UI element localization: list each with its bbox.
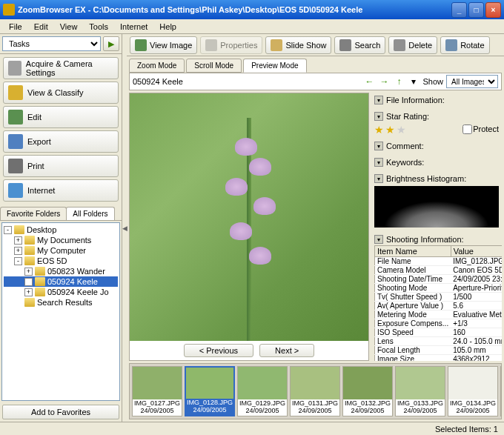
menu-file[interactable]: File [3, 21, 28, 33]
search-button[interactable]: Search [334, 36, 385, 54]
tree-toggle-icon[interactable]: - [14, 257, 22, 265]
tool-icon [445, 39, 457, 51]
thumb-image [133, 367, 182, 399]
thumbnail[interactable]: IMG_0131.JPG24/09/2005 [290, 366, 340, 416]
up-arrow-icon[interactable]: ↑ [393, 76, 405, 87]
toolbar: View ImagePropertiesSlide ShowSearchDele… [127, 34, 504, 56]
tool-icon [394, 39, 405, 51]
task-print[interactable]: Print [3, 155, 119, 177]
thumbnail[interactable]: IMG_0133.JPG24/09/2005 [395, 366, 445, 416]
tasks-select[interactable]: Tasks [2, 36, 101, 51]
tree-item[interactable]: -Desktop [4, 225, 118, 235]
collapse-icon[interactable]: ▾ [374, 112, 383, 121]
tab-scroll-mode[interactable]: Scroll Mode [186, 59, 242, 73]
tree-toggle-icon[interactable]: + [24, 268, 33, 276]
thumb-image [501, 367, 502, 399]
protect-checkbox[interactable] [462, 124, 472, 134]
menu-edit[interactable]: Edit [28, 21, 54, 33]
forward-arrow-icon[interactable]: → [378, 76, 390, 87]
view-image-button[interactable]: View Image [130, 36, 197, 54]
folder-tree[interactable]: -Desktop+My Documents+My Computer-EOS 5D… [1, 222, 120, 401]
tree-item[interactable]: Search Results [4, 297, 118, 308]
tree-toggle-icon[interactable]: - [4, 226, 12, 234]
table-row: Metering ModeEvaluative Metering [375, 311, 503, 319]
folder-icon [35, 288, 45, 296]
next-button[interactable]: Next > [259, 344, 314, 357]
thumb-image [238, 367, 287, 399]
add-to-favorites-button[interactable]: Add to Favorites [2, 405, 119, 419]
minimize-button[interactable]: _ [451, 2, 467, 18]
thumbnail[interactable]: IMG_0129.JPG24/09/2005 [237, 366, 288, 416]
thumbnail[interactable]: IMG_0134.JPG24/09/2005 [448, 366, 498, 416]
table-row: Shooting ModeAperture-Priority AE [375, 284, 503, 293]
maximize-button[interactable]: □ [468, 2, 484, 18]
tab-all-folders[interactable]: All Folders [66, 207, 114, 220]
histogram-label: Brightness Histogram: [386, 174, 466, 183]
table-row: Lens24.0 - 105.0 mm [375, 337, 503, 346]
menu-view[interactable]: View [54, 21, 84, 33]
collapse-icon[interactable]: ▾ [374, 158, 383, 167]
table-header[interactable]: Item Name [375, 246, 451, 257]
task-internet[interactable]: Internet [3, 179, 119, 202]
menu-internet[interactable]: Internet [114, 21, 153, 33]
thumbnail[interactable]: IMG_0127.JPG24/09/2005 [132, 366, 182, 416]
star-icon[interactable]: ★ [385, 124, 396, 134]
task-icon [8, 85, 23, 100]
table-row: Av( Aperture Value )5.6 [375, 302, 503, 311]
task-icon [8, 134, 23, 149]
preview-image[interactable] [130, 93, 368, 341]
menu-help[interactable]: Help [153, 21, 182, 33]
close-button[interactable]: × [485, 2, 501, 18]
thumbnail[interactable]: IMG_0135.JPG24/09/2005 [500, 366, 502, 416]
rotate-button[interactable]: Rotate [440, 36, 489, 54]
slide-show-button[interactable]: Slide Show [265, 36, 331, 54]
delete-button[interactable]: Delete [388, 36, 437, 54]
star-rating[interactable]: ★ ★ ★ Protect [374, 122, 499, 136]
menubar: FileEditViewToolsInternetHelp [0, 19, 504, 34]
star-icon[interactable]: ★ [397, 124, 407, 134]
thumbnail-strip[interactable]: IMG_0127.JPG24/09/2005IMG_0128.JPG24/09/… [129, 363, 502, 419]
show-select[interactable]: All Images [446, 75, 498, 88]
tree-item[interactable]: +My Documents [4, 235, 118, 245]
tree-item[interactable]: +My Computer [4, 245, 118, 256]
thumbnail[interactable]: IMG_0128.JPG24/09/2005 [185, 366, 235, 416]
task-icon [8, 61, 21, 76]
menu-tools[interactable]: Tools [83, 21, 114, 33]
collapse-icon[interactable]: ▾ [374, 235, 383, 244]
left-panel: Tasks ▶ Acquire & Camera SettingsView & … [0, 34, 122, 422]
tree-toggle-icon[interactable]: + [14, 236, 22, 245]
back-arrow-icon[interactable]: ← [363, 76, 375, 87]
previous-button[interactable]: < Previous [184, 344, 253, 357]
tree-item[interactable]: +050823 Wander [4, 266, 118, 276]
tree-toggle-icon[interactable]: + [24, 278, 33, 286]
folder-icon [24, 298, 35, 307]
star-icon[interactable]: ★ [374, 124, 385, 134]
tree-toggle-icon[interactable]: + [24, 288, 33, 296]
comment-label: Comment: [386, 142, 424, 150]
task-icon [8, 183, 23, 198]
table-header[interactable]: Value [451, 246, 502, 257]
protect-label: Protect [473, 124, 499, 133]
tree-item[interactable]: +050924 Keele [4, 276, 118, 287]
task-edit[interactable]: Edit [3, 106, 119, 128]
collapse-icon[interactable]: ▾ [374, 96, 383, 104]
tab-favorite-folders[interactable]: Favorite Folders [0, 207, 67, 220]
thumb-image [343, 367, 392, 399]
filter-icon[interactable]: ▾ [408, 76, 420, 87]
tab-zoom-mode[interactable]: Zoom Mode [129, 59, 185, 73]
status-text: Selected Items: 1 [435, 425, 498, 434]
tree-item[interactable]: -EOS 5D [4, 256, 118, 266]
task-export[interactable]: Export [3, 130, 119, 153]
table-row: Image Size4368x2912 [375, 355, 503, 362]
collapse-icon[interactable]: ▾ [374, 142, 383, 150]
task-acquire-camera-settings[interactable]: Acquire & Camera Settings [3, 57, 119, 79]
collapse-icon[interactable]: ▾ [374, 174, 383, 183]
tasks-go-button[interactable]: ▶ [103, 36, 119, 51]
tree-item[interactable]: +050924 Keele Jo [4, 287, 118, 297]
tree-toggle-icon[interactable]: + [14, 247, 22, 255]
tab-preview-mode[interactable]: Preview Mode [243, 59, 306, 73]
table-row: Exposure Compens...+1/3 [375, 319, 503, 328]
thumb-label: IMG_0133.JPG24/09/2005 [396, 399, 445, 416]
thumbnail[interactable]: IMG_0132.JPG24/09/2005 [342, 366, 393, 416]
task-view-classify[interactable]: View & Classify [3, 82, 119, 104]
